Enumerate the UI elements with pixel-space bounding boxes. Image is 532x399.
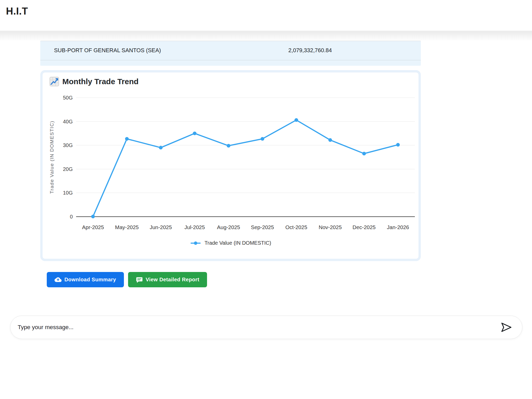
svg-text:40G: 40G	[63, 119, 73, 124]
message-input[interactable]	[10, 316, 499, 339]
svg-text:20G: 20G	[63, 166, 73, 172]
app-header: H.I.T	[0, 0, 532, 31]
svg-text:10G: 10G	[63, 190, 73, 196]
svg-text:Jul-2025: Jul-2025	[184, 224, 205, 230]
legend-label: Trade Value (IN DOMESTIC)	[204, 240, 271, 246]
page: H.I.T SUB-PORT OF GENERAL SANTOS (SEA) 2…	[0, 0, 532, 399]
svg-text:May-2025: May-2025	[115, 224, 139, 230]
chat-input-bar	[10, 316, 522, 339]
cloud-download-icon	[55, 276, 62, 283]
chart-increasing-icon	[49, 77, 59, 87]
svg-text:Apr-2025: Apr-2025	[82, 224, 104, 230]
page-title: H.I.T	[6, 6, 28, 17]
chart-title: Monthly Trade Trend	[62, 77, 138, 86]
table-row: SUB-PORT OF GENERAL SANTOS (SEA) 2,079,3…	[40, 41, 421, 60]
action-buttons: Download Summary View Detailed Report	[47, 272, 207, 287]
download-summary-button[interactable]: Download Summary	[47, 272, 124, 287]
summary-table: SUB-PORT OF GENERAL SANTOS (SEA) 2,079,3…	[40, 41, 421, 66]
chart-legend: Trade Value (IN DOMESTIC)	[43, 240, 418, 246]
svg-text:Dec-2025: Dec-2025	[353, 224, 376, 230]
monthly-trade-trend-card: Monthly Trade Trend 010G20G30G40G50GTrad…	[40, 70, 421, 261]
legend-marker-icon	[190, 241, 201, 245]
send-icon	[500, 321, 512, 333]
svg-text:Nov-2025: Nov-2025	[319, 224, 342, 230]
card-title-row: Monthly Trade Trend	[49, 77, 138, 87]
button-label: View Detailed Report	[146, 277, 200, 283]
svg-text:Aug-2025: Aug-2025	[217, 224, 240, 230]
trade-value-cell: 2,079,332,760.84	[288, 47, 421, 54]
svg-text:30G: 30G	[63, 142, 73, 148]
svg-text:Jan-2026: Jan-2026	[387, 224, 409, 230]
svg-text:Trade Value (IN DOMESTIC): Trade Value (IN DOMESTIC)	[49, 121, 55, 194]
trend-chart: 010G20G30G40G50GTrade Value (IN DOMESTIC…	[47, 91, 416, 233]
svg-text:0: 0	[70, 214, 73, 220]
send-button[interactable]	[499, 321, 522, 333]
svg-text:50G: 50G	[63, 95, 73, 101]
port-name-cell: SUB-PORT OF GENERAL SANTOS (SEA)	[40, 47, 288, 54]
svg-text:Oct-2025: Oct-2025	[285, 224, 307, 230]
svg-text:Jun-2025: Jun-2025	[150, 224, 172, 230]
chat-icon	[136, 276, 143, 283]
view-detailed-report-button[interactable]: View Detailed Report	[128, 272, 207, 287]
svg-text:Sep-2025: Sep-2025	[251, 224, 274, 230]
button-label: Download Summary	[64, 277, 116, 283]
